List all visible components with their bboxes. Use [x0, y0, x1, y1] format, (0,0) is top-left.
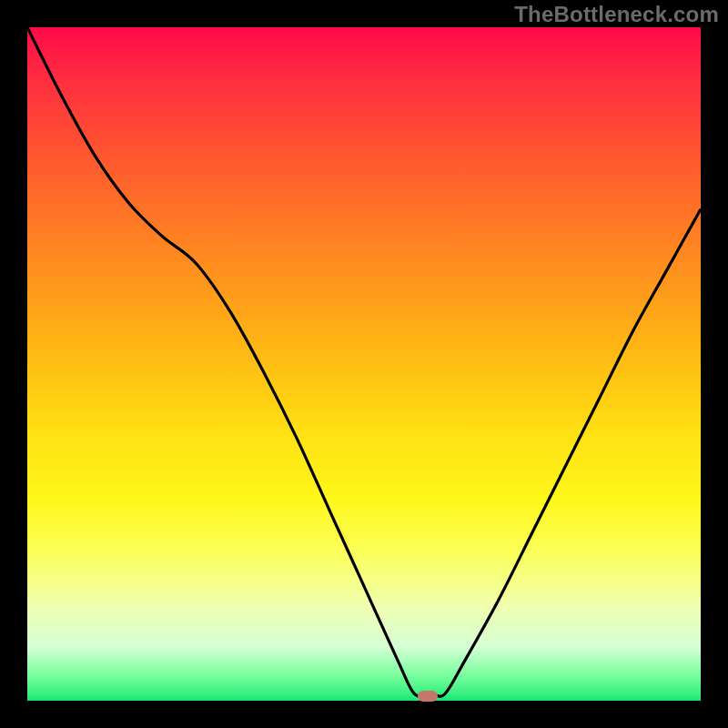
curve-path: [27, 27, 701, 696]
outer-frame: TheBottleneck.com: [0, 0, 728, 728]
bottleneck-curve: [27, 27, 701, 701]
watermark-text: TheBottleneck.com: [514, 2, 719, 27]
plot-area: [27, 27, 701, 701]
optimal-marker: [418, 691, 438, 702]
